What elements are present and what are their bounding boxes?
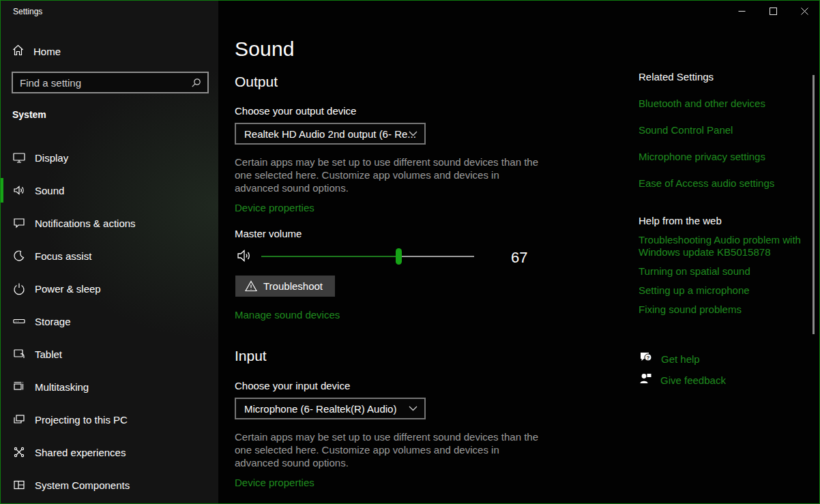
troubleshoot-button[interactable]: Troubleshoot bbox=[235, 276, 335, 297]
home-icon bbox=[1, 44, 24, 59]
sidebar-item-system-components[interactable]: System Components bbox=[1, 469, 218, 501]
sidebar-item-multitasking[interactable]: Multitasking bbox=[1, 370, 218, 403]
scrollbar[interactable] bbox=[812, 75, 815, 334]
link-ease-of-access-audio[interactable]: Ease of Access audio settings bbox=[639, 177, 774, 189]
close-button[interactable] bbox=[789, 1, 820, 22]
sound-icon bbox=[12, 183, 26, 197]
search-box[interactable] bbox=[12, 72, 209, 93]
focus-assist-icon bbox=[12, 249, 26, 263]
sidebar: Settings Home System Display Sound bbox=[1, 1, 218, 503]
sidebar-item-shared-experiences[interactable]: Shared experiences bbox=[1, 436, 218, 469]
power-icon bbox=[12, 282, 26, 295]
link-spatial-sound[interactable]: Turning on spatial sound bbox=[639, 265, 801, 278]
chevron-down-icon bbox=[409, 131, 418, 136]
master-volume-label: Master volume bbox=[235, 228, 302, 239]
sidebar-item-tablet[interactable]: Tablet bbox=[1, 338, 218, 370]
help-from-web-heading: Help from the web bbox=[639, 215, 801, 226]
display-icon bbox=[12, 151, 26, 164]
sidebar-item-home[interactable]: Home bbox=[1, 41, 218, 61]
projecting-icon bbox=[12, 413, 26, 426]
input-section-heading: Input bbox=[235, 348, 267, 364]
link-bluetooth-devices[interactable]: Bluetooth and other devices bbox=[639, 98, 774, 109]
link-setup-microphone[interactable]: Setting up a microphone bbox=[639, 284, 801, 297]
get-help-row[interactable]: ? Get help bbox=[639, 351, 700, 367]
volume-value: 67 bbox=[511, 249, 527, 267]
search-input[interactable] bbox=[13, 77, 191, 89]
link-fixing-sound-problems[interactable]: Fixing sound problems bbox=[639, 303, 801, 316]
link-troubleshooting-audio[interactable]: Troubleshooting Audio problem with Windo… bbox=[639, 234, 801, 258]
chevron-down-icon bbox=[409, 406, 418, 411]
input-device-dropdown[interactable]: Microphone (6- Realtek(R) Audio) bbox=[235, 398, 426, 419]
give-feedback-link[interactable]: Give feedback bbox=[660, 374, 726, 386]
shared-experiences-icon bbox=[12, 445, 26, 459]
sidebar-item-notifications[interactable]: Notifications & actions bbox=[1, 207, 218, 239]
give-feedback-row[interactable]: Give feedback bbox=[639, 372, 726, 388]
minimize-button[interactable] bbox=[726, 1, 757, 22]
sidebar-item-storage[interactable]: Storage bbox=[1, 305, 218, 338]
output-device-label: Choose your output device bbox=[235, 105, 356, 117]
output-section-heading: Output bbox=[235, 74, 278, 90]
sidebar-item-focus-assist[interactable]: Focus assist bbox=[1, 239, 218, 272]
page-title: Sound bbox=[235, 38, 295, 61]
output-device-dropdown[interactable]: Realtek HD Audio 2nd output (6- Re... bbox=[235, 123, 426, 145]
sidebar-item-projecting[interactable]: Projecting to this PC bbox=[1, 403, 218, 436]
volume-icon[interactable] bbox=[236, 248, 252, 267]
warning-icon bbox=[245, 280, 257, 292]
slider-fill bbox=[261, 256, 400, 257]
sidebar-section-system: System bbox=[12, 109, 46, 120]
maximize-button[interactable] bbox=[757, 1, 789, 22]
notifications-icon bbox=[12, 216, 26, 230]
related-settings: Related Settings Bluetooth and other dev… bbox=[639, 71, 774, 189]
storage-icon bbox=[12, 314, 26, 328]
related-settings-heading: Related Settings bbox=[639, 71, 774, 83]
input-description: Certain apps may be set up to use differ… bbox=[235, 430, 542, 469]
sidebar-item-power-sleep[interactable]: Power & sleep bbox=[1, 272, 218, 305]
get-help-link[interactable]: Get help bbox=[661, 353, 700, 365]
link-microphone-privacy[interactable]: Microphone privacy settings bbox=[639, 151, 774, 162]
sidebar-home-label: Home bbox=[33, 46, 61, 57]
help-from-web: Help from the web Troubleshooting Audio … bbox=[639, 215, 801, 316]
svg-text:?: ? bbox=[647, 355, 650, 361]
search-icon[interactable] bbox=[191, 78, 201, 88]
sidebar-item-display[interactable]: Display bbox=[1, 141, 218, 174]
get-help-icon: ? bbox=[639, 351, 653, 367]
sidebar-item-sound[interactable]: Sound bbox=[1, 174, 218, 207]
multitasking-icon bbox=[12, 380, 26, 394]
window-title: Settings bbox=[13, 7, 42, 16]
selected-indicator bbox=[1, 178, 3, 203]
link-sound-control-panel[interactable]: Sound Control Panel bbox=[639, 124, 774, 136]
system-components-icon bbox=[12, 478, 26, 492]
give-feedback-icon bbox=[639, 372, 652, 388]
input-device-properties-link[interactable]: Device properties bbox=[235, 477, 314, 488]
manage-sound-devices-link[interactable]: Manage sound devices bbox=[235, 309, 340, 321]
input-device-label: Choose your input device bbox=[235, 380, 350, 391]
master-volume-slider[interactable] bbox=[261, 256, 474, 257]
output-device-properties-link[interactable]: Device properties bbox=[235, 202, 314, 213]
slider-thumb[interactable] bbox=[396, 248, 402, 265]
output-description: Certain apps may be set up to use differ… bbox=[235, 155, 542, 194]
sidebar-nav: Display Sound Notifications & actions Fo… bbox=[1, 141, 218, 501]
tablet-icon bbox=[12, 347, 26, 361]
